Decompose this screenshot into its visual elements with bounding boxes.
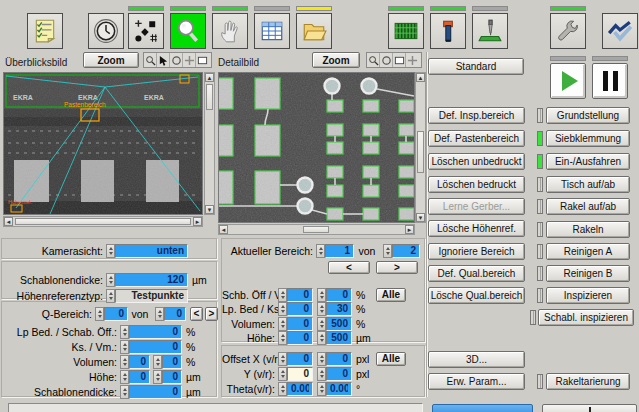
stencil-thickness-field[interactable] [115,273,188,287]
camera-view-spinner[interactable] [106,244,115,258]
standard-button[interactable]: Standard [428,58,524,75]
theta-spinner-1[interactable] [278,382,287,396]
start-button[interactable] [550,63,586,99]
timer-button[interactable] [88,13,124,49]
offset-x-field-1[interactable] [287,352,313,366]
board-button[interactable] [388,13,424,49]
total-areas-field[interactable] [392,244,420,258]
lp-ks-field-2[interactable] [326,302,352,316]
current-area-spinner[interactable] [316,244,325,258]
lp-schab-field[interactable] [129,325,182,339]
detail-vscrollbar[interactable]: ▲ ▼ [415,72,426,223]
schb-vm-field-2[interactable] [326,288,352,302]
theta-field-2[interactable] [326,382,352,396]
overview-image[interactable]: EKRA EKRA EKRA Pastenbereich Höhenref. [3,72,203,215]
offset-x-spinner-2[interactable] [317,352,326,366]
ks-vm-spinner[interactable] [120,340,129,354]
lp-ks-spinner-1[interactable] [278,302,287,316]
table-up-down-button[interactable]: Tisch auf/ab [546,176,630,193]
ignore-area-button[interactable]: Ignoriere Bereich [428,243,525,260]
volume-max-field-left[interactable] [162,355,182,369]
pause-button[interactable] [592,63,628,99]
delete-quality-area-button[interactable]: Lösche Qual.bereich [428,287,525,304]
bottom-secondary-button[interactable] [542,404,637,412]
move-tool-icon[interactable] [183,53,196,67]
squeegee-up-down-button[interactable]: Rakel auf/ab [546,198,630,215]
service-button[interactable] [550,13,586,49]
overview-zoom-button[interactable]: Zoom [83,52,139,68]
q-area-to-spinner[interactable] [155,307,164,321]
q-area-from-field[interactable] [104,307,128,321]
schb-vm-spinner-2[interactable] [317,288,326,302]
manual-mode-button[interactable] [212,13,248,49]
stencil-thickness2-spinner[interactable] [120,385,129,399]
rect-tool-icon[interactable] [196,53,209,67]
define-quality-area-button[interactable]: Def. Qual.bereich [428,265,525,282]
schb-alle-button[interactable]: Alle [376,288,406,302]
cursor-tool-icon[interactable] [157,53,170,67]
bottom-primary-button[interactable] [432,404,533,412]
squeegee-run-button[interactable]: Rakeln [546,221,630,238]
overview-vscroll-thumb[interactable] [206,84,213,110]
volume-field-2-mid[interactable] [326,317,352,331]
detail-hscroll-thumb[interactable] [303,226,329,233]
detail-zoom-button[interactable]: Zoom [312,52,360,68]
camera-view-field[interactable] [115,244,188,258]
circle-tool-icon[interactable] [380,53,393,67]
area-next-button[interactable]: > [376,261,418,274]
ks-vm-field[interactable] [129,340,182,354]
offset-y-field-2[interactable] [326,367,352,381]
volume-max-spinner-left[interactable] [153,355,162,369]
zoom-tool-icon[interactable] [367,53,380,67]
delete-printed-button[interactable]: Löschen bedruckt [428,176,525,193]
magnifier-mode-button[interactable] [170,13,206,49]
q-area-prev-button[interactable]: < [190,307,203,321]
open-file-button[interactable] [296,13,332,49]
stencil-clamp-button[interactable]: Siebklemmung [546,130,630,147]
home-position-button[interactable]: Grundstellung [546,107,630,124]
height-max-spinner-left[interactable] [153,370,162,384]
scroll-left-icon[interactable]: ◄ [219,225,228,234]
height-max-field-left[interactable] [162,370,182,384]
overview-hscroll-thumb[interactable] [15,218,191,225]
q-area-to-field[interactable] [164,307,186,321]
results-button[interactable] [602,13,638,49]
three-d-button[interactable]: 3D... [428,351,525,368]
scroll-down-icon[interactable]: ▼ [416,213,425,222]
scroll-down-icon[interactable]: ▼ [205,205,214,214]
offset-alle-button[interactable]: Alle [376,352,406,366]
offset-y-spinner-1[interactable] [278,367,287,381]
detail-image[interactable] [218,72,415,223]
rect-tool-icon[interactable] [393,53,406,67]
delete-height-ref-button[interactable]: Lösche Höhenref. [428,220,525,237]
volume-min-spinner-left[interactable] [120,355,129,369]
height-ref-type-field[interactable] [115,289,188,303]
extended-params-button[interactable]: Erw. Param... [428,373,525,390]
height-min-field-left[interactable] [129,370,150,384]
clean-b-button[interactable]: Reinigen B [546,265,630,282]
dispenser-button[interactable] [472,13,508,49]
stencil-thickness-spinner[interactable] [106,273,115,287]
table-view-button[interactable] [254,13,290,49]
theta-field-1[interactable] [287,382,313,396]
inspect-button[interactable]: Inspizieren [546,287,630,304]
volume-spinner-2-mid[interactable] [317,317,326,331]
scroll-right-icon[interactable]: ► [193,217,202,226]
q-area-next-button[interactable]: > [205,307,218,321]
offset-x-spinner-1[interactable] [278,352,287,366]
volume-spinner-1-mid[interactable] [278,317,287,331]
schb-vm-spinner-1[interactable] [278,288,287,302]
offset-y-spinner-2[interactable] [317,367,326,381]
lp-schab-spinner[interactable] [120,325,129,339]
overview-hscrollbar[interactable]: ◄ ► [3,216,203,227]
detail-hscrollbar[interactable]: ◄ ► [218,224,415,235]
scroll-left-icon[interactable]: ◄ [4,217,13,226]
define-paste-area-button[interactable]: Def. Pastenbereich [428,130,525,147]
height-min-spinner-left[interactable] [120,370,129,384]
q-area-from-spinner[interactable] [95,307,104,321]
height-ref-type-spinner[interactable] [106,289,115,303]
delete-unprinted-button[interactable]: Löschen unbedruckt [428,153,525,170]
scroll-up-icon[interactable]: ▲ [205,73,214,82]
lp-ks-spinner-2[interactable] [317,302,326,316]
volume-field-1-mid[interactable] [287,317,313,331]
